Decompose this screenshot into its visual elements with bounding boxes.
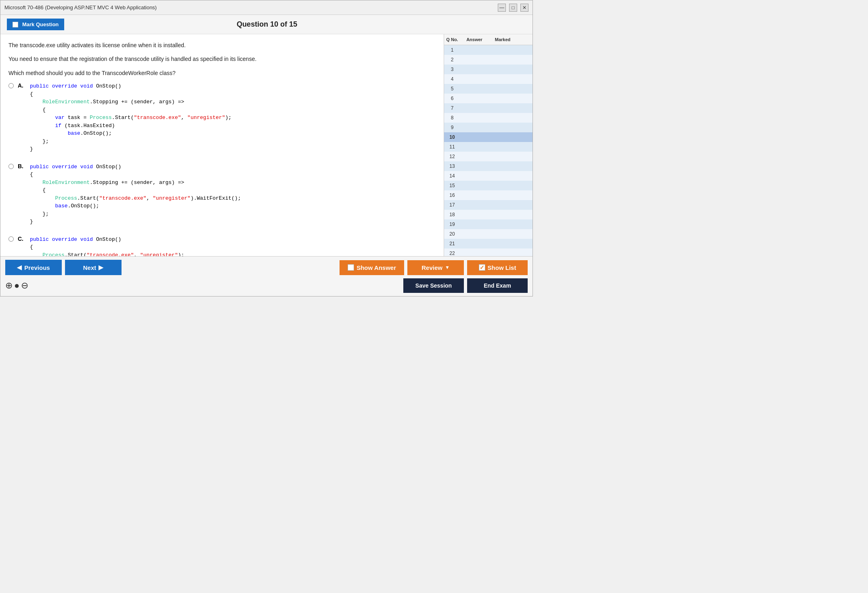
sidebar-row-answer — [460, 114, 489, 122]
sidebar-row-answer — [460, 230, 489, 238]
sidebar-row-answer — [460, 133, 489, 141]
review-label: Review — [421, 264, 442, 271]
option-c: C. public override void OnStop() { Proce… — [8, 236, 436, 256]
sidebar-row-num: 18 — [444, 211, 460, 219]
window-controls: — □ ✕ — [498, 4, 528, 12]
sidebar-row-marked — [489, 65, 517, 73]
sidebar-row-marked — [489, 230, 517, 238]
sidebar-row-num: 5 — [444, 85, 460, 93]
sidebar-row-num: 12 — [444, 152, 460, 161]
sidebar-scroll-wrapper: 1234567891011121314151617181920212223242… — [444, 45, 533, 256]
sidebar-row[interactable]: 17 — [444, 200, 533, 210]
sidebar-row[interactable]: 6 — [444, 94, 533, 103]
end-exam-button[interactable]: End Exam — [467, 278, 528, 293]
sidebar-row-marked — [489, 249, 517, 256]
sidebar-row-answer — [460, 94, 489, 102]
sidebar-row[interactable]: 16 — [444, 190, 533, 200]
sidebar-row-answer — [460, 211, 489, 219]
radio-a[interactable] — [8, 83, 14, 88]
sidebar-row[interactable]: 19 — [444, 219, 533, 229]
sidebar-row[interactable]: 22 — [444, 248, 533, 256]
next-label: Next — [83, 264, 96, 271]
sidebar-row-num: 17 — [444, 201, 460, 209]
mark-question-button[interactable]: Mark Question — [7, 19, 64, 30]
sidebar-header: Q No. Answer Marked — [444, 34, 533, 45]
sidebar-row-num: 7 — [444, 104, 460, 112]
show-list-label: Show List — [488, 264, 516, 271]
show-list-checkbox: ✓ — [479, 264, 485, 271]
question-text-2: You need to ensure that the registration… — [8, 54, 436, 63]
sidebar-row-marked — [489, 152, 517, 161]
sidebar-row[interactable]: 20 — [444, 229, 533, 239]
zoom-reset-button[interactable]: ● — [14, 280, 19, 291]
sidebar-row[interactable]: 18 — [444, 210, 533, 219]
zoom-out-button[interactable]: ⊖ — [21, 280, 28, 291]
sidebar-row[interactable]: 11 — [444, 142, 533, 152]
sidebar-row-num: 20 — [444, 230, 460, 238]
end-exam-label: End Exam — [484, 282, 511, 289]
sidebar-row[interactable]: 10 — [444, 132, 533, 142]
radio-b[interactable] — [8, 164, 14, 169]
sidebar-row-num: 2 — [444, 56, 460, 64]
review-icon: ▼ — [445, 265, 450, 270]
sidebar-row[interactable]: 9 — [444, 123, 533, 132]
sidebar: Q No. Answer Marked 12345678910111213141… — [444, 34, 533, 256]
show-answer-button[interactable]: Show Answer — [340, 260, 404, 275]
sidebar-row-answer — [460, 65, 489, 73]
review-button[interactable]: Review ▼ — [407, 260, 464, 275]
sidebar-row[interactable]: 2 — [444, 55, 533, 65]
sidebar-row-marked — [489, 75, 517, 83]
sidebar-header-scroll-space — [527, 34, 533, 45]
sidebar-row-answer — [460, 240, 489, 248]
sidebar-row-num: 1 — [444, 46, 460, 54]
sidebar-row-marked — [489, 172, 517, 180]
sidebar-row[interactable]: 12 — [444, 152, 533, 161]
sidebar-row[interactable]: 15 — [444, 181, 533, 190]
previous-button[interactable]: ◀ Previous — [5, 260, 62, 275]
option-b: B. public override void OnStop() { RoleE… — [8, 163, 436, 226]
sidebar-row-num: 3 — [444, 65, 460, 73]
mark-icon — [13, 22, 18, 27]
close-button[interactable]: ✕ — [520, 4, 528, 12]
sidebar-row-answer — [460, 162, 489, 170]
save-session-button[interactable]: Save Session — [403, 278, 464, 293]
sidebar-row-answer — [460, 191, 489, 199]
next-button[interactable]: Next ▶ — [65, 260, 122, 275]
sidebar-row-marked — [489, 201, 517, 209]
sidebar-row[interactable]: 7 — [444, 103, 533, 113]
sidebar-row[interactable]: 14 — [444, 171, 533, 181]
sidebar-row[interactable]: 5 — [444, 84, 533, 94]
sidebar-row[interactable]: 4 — [444, 74, 533, 84]
sidebar-list[interactable]: 1234567891011121314151617181920212223242… — [444, 45, 533, 256]
show-answer-label: Show Answer — [356, 264, 396, 271]
maximize-button[interactable]: □ — [509, 4, 517, 12]
sidebar-row[interactable]: 1 — [444, 45, 533, 55]
sidebar-col-answer: Answer — [460, 36, 489, 43]
sidebar-row[interactable]: 8 — [444, 113, 533, 123]
show-list-button[interactable]: ✓ Show List — [467, 260, 528, 275]
question-text-3: Which method should you add to the Trans… — [8, 69, 436, 77]
main-content: The transcode.exe utility activates its … — [0, 34, 533, 256]
radio-c[interactable] — [8, 236, 14, 242]
sidebar-row[interactable]: 21 — [444, 239, 533, 248]
sidebar-header-grid: Q No. Answer Marked — [444, 34, 527, 45]
code-c: public override void OnStop() { Process.… — [30, 236, 184, 256]
sidebar-row-answer — [460, 201, 489, 209]
question-text-1: The transcode.exe utility activates its … — [8, 41, 436, 50]
sidebar-col-qno: Q No. — [444, 36, 460, 43]
footer: ◀ Previous Next ▶ Show Answer Review ▼ ✓… — [0, 256, 533, 296]
sidebar-row[interactable]: 13 — [444, 161, 533, 171]
minimize-button[interactable]: — — [498, 4, 506, 12]
sidebar-row-answer — [460, 104, 489, 112]
zoom-in-button[interactable]: ⊕ — [5, 280, 13, 291]
sidebar-row-answer — [460, 249, 489, 256]
mark-question-label: Mark Question — [22, 21, 59, 27]
sidebar-row-marked — [489, 133, 517, 141]
main-window: Microsoft 70-486 (Developing ASP.NET MVC… — [0, 0, 533, 296]
sidebar-row-marked — [489, 104, 517, 112]
sidebar-row[interactable]: 3 — [444, 65, 533, 74]
sidebar-row-num: 8 — [444, 114, 460, 122]
footer-row2: ⊕ ● ⊖ Save Session End Exam — [5, 278, 528, 293]
sidebar-row-num: 21 — [444, 240, 460, 248]
sidebar-row-num: 13 — [444, 162, 460, 170]
